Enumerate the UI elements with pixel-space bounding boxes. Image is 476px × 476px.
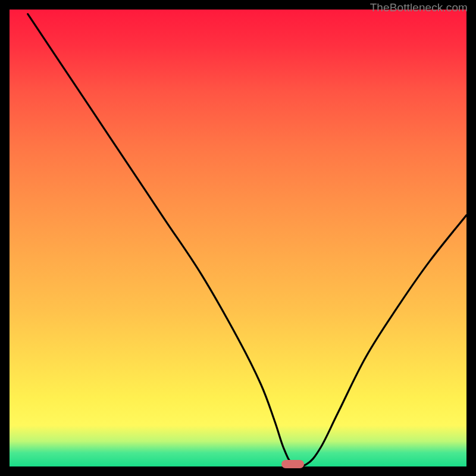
optimal-marker: [281, 460, 304, 468]
bottleneck-curve: [10, 10, 466, 466]
chart-container: TheBottleneck.com: [0, 0, 476, 476]
watermark-text: TheBottleneck.com: [370, 1, 468, 14]
plot-area: [10, 10, 466, 466]
